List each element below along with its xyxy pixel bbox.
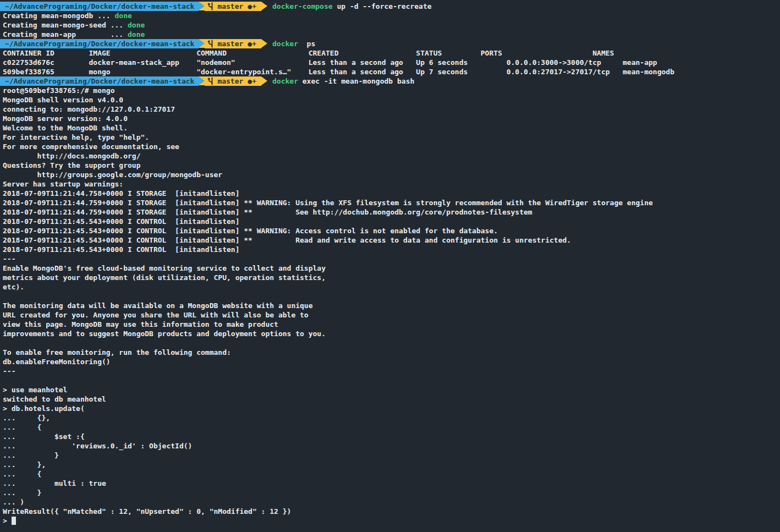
git-segment: master●+ — [205, 39, 261, 48]
command-token: docker — [272, 77, 298, 85]
prompt-path-segment: ~/AdvancePrograming/Docker/docker-mean-s… — [0, 76, 199, 86]
cursor-block — [12, 517, 16, 525]
powerline-arrow-icon — [199, 2, 205, 10]
terminal-line: WriteResult({ "nMatched" : 12, "nUpserte… — [0, 507, 780, 516]
terminal-line: 2018-07-09T11:21:45.543+0000 I CONTROL [… — [0, 245, 780, 254]
terminal-line: 2018-07-09T11:21:45.543+0000 I CONTROL [… — [0, 235, 780, 245]
terminal-text: For more comprehensive documentation, se… — [3, 142, 179, 151]
terminal-text: MongoDB server version: 4.0.0 — [3, 114, 128, 123]
powerline-arrow-icon — [199, 39, 205, 48]
terminal-line: > use meanhotel — [0, 385, 780, 394]
terminal-line: metrics about your deployment (disk util… — [0, 273, 780, 282]
terminal-line: Questions? Try the support group — [0, 161, 780, 170]
prompt-path-segment: ~/AdvancePrograming/Docker/docker-mean-s… — [0, 39, 199, 48]
prompt-path: ~/AdvancePrograming/Docker/docker-mean-s… — [5, 39, 194, 48]
terminal-text: URL created for you. Anyone you share th… — [3, 311, 309, 319]
terminal-text: ... $set :{ — [3, 432, 85, 441]
terminal-text: --- — [3, 255, 15, 263]
terminal-text: Creating mean-mongo-seed ... — [3, 21, 128, 29]
git-branch-icon — [207, 2, 214, 10]
terminal-line: ... ) — [0, 497, 780, 507]
terminal-text: ... { — [3, 470, 41, 478]
terminal-line: > db.hotels.update( — [0, 404, 780, 413]
prompt-path: ~/AdvancePrograming/Docker/docker-mean-s… — [5, 2, 194, 11]
terminal-line: ... $set :{ — [0, 432, 780, 441]
terminal-line: Enable MongoDB's free cloud-based monito… — [0, 264, 780, 273]
terminal-text: ... ) — [3, 498, 24, 506]
terminal-line: To enable free monitoring, run the follo… — [0, 348, 780, 357]
terminal-text: 2018-07-09T11:21:45.543+0000 I CONTROL [… — [3, 245, 239, 254]
terminal-text: done — [115, 12, 132, 20]
terminal-line: URL created for you. Anyone you share th… — [0, 310, 780, 320]
terminal-text: > db.hotels.update( — [3, 404, 85, 413]
powerline-arrow-icon — [261, 2, 267, 10]
terminal-text: done — [128, 21, 145, 29]
terminal-line: > — [0, 516, 780, 525]
terminal-text: ... 'reviews.0._id' : ObjectId() — [3, 442, 192, 450]
git-segment: master●+ — [205, 2, 261, 11]
terminal-text: ... {}, — [3, 414, 50, 422]
command-text: docker-compose up -d --force-recreate — [267, 2, 432, 11]
terminal-line: db.enableFreeMonitoring() — [0, 357, 780, 366]
command-token: exec -it mean-mongodb bash — [298, 77, 414, 85]
terminal-line: For more comprehensive documentation, se… — [0, 142, 780, 151]
terminal-text: improvements and to suggest MongoDB prod… — [3, 330, 326, 338]
command-token: docker — [272, 40, 298, 48]
terminal-text: For interactive help, type "help". — [3, 133, 149, 141]
terminal-text: metrics about your deployment (disk util… — [3, 273, 326, 282]
terminal-text: c022753d676c docker-mean-stack_app "node… — [3, 58, 657, 67]
terminal-line — [0, 338, 780, 348]
terminal-line: connecting to: mongodb://127.0.0.1:27017 — [0, 105, 780, 114]
terminal-text: etc). — [3, 283, 24, 291]
powerline-arrow-icon — [261, 76, 267, 85]
terminal-line: Creating mean-mongodb ... done — [0, 11, 780, 20]
terminal-line: 2018-07-09T11:21:44.759+0000 I STORAGE [… — [0, 198, 780, 207]
terminal-text: --- — [3, 367, 15, 375]
terminal-line: ... { — [0, 423, 780, 432]
terminal-text: connecting to: mongodb://127.0.0.1:27017 — [3, 105, 175, 113]
terminal-line: 2018-07-09T11:21:44.758+0000 I STORAGE [… — [0, 189, 780, 198]
terminal-line: 2018-07-09T11:21:45.543+0000 I CONTROL [… — [0, 217, 780, 226]
terminal-text: Welcome to the MongoDB shell. — [3, 124, 128, 132]
git-branch-name: master — [217, 2, 243, 11]
terminal-text: Enable MongoDB's free cloud-based monito… — [3, 264, 326, 272]
git-status-indicator: ●+ — [248, 76, 256, 86]
terminal-text: > use meanhotel — [3, 386, 67, 394]
command-token: up -d --force-recreate — [333, 2, 432, 10]
terminal-line: Welcome to the MongoDB shell. — [0, 123, 780, 133]
git-segment: master●+ — [205, 76, 261, 86]
terminal-line: etc). — [0, 282, 780, 292]
powerline-arrow-icon — [261, 39, 267, 48]
terminal-line — [0, 376, 780, 385]
terminal-text: http://docs.mongodb.org/ — [3, 152, 140, 160]
terminal-line: ... {}, — [0, 413, 780, 423]
prompt-path-segment: ~/AdvancePrograming/Docker/docker-mean-s… — [0, 2, 199, 11]
terminal-line: CONTAINER ID IMAGE COMMAND CREATED STATU… — [0, 48, 780, 58]
terminal-screen[interactable]: ~/AdvancePrograming/Docker/docker-mean-s… — [0, 0, 780, 532]
terminal-line: Creating mean-mongo-seed ... done — [0, 20, 780, 30]
terminal-line: The monitoring data will be available on… — [0, 301, 780, 310]
terminal-line: Creating mean-app ... done — [0, 30, 780, 39]
terminal-text: ... } — [3, 489, 41, 497]
terminal-line: ~/AdvancePrograming/Docker/docker-mean-s… — [0, 76, 780, 86]
prompt-path: ~/AdvancePrograming/Docker/docker-mean-s… — [5, 76, 194, 86]
command-token: ps — [298, 40, 315, 48]
command-text: docker ps — [267, 39, 315, 48]
command-token: docker-compose — [272, 2, 333, 10]
git-branch-icon — [207, 40, 214, 48]
terminal-text: The monitoring data will be available on… — [3, 301, 313, 310]
terminal-text: done — [128, 30, 145, 39]
terminal-text: 2018-07-09T11:21:45.543+0000 I CONTROL [… — [3, 217, 239, 226]
terminal-text: switched to db meanhotel — [3, 395, 106, 403]
command-text: docker exec -it mean-mongodb bash — [267, 76, 414, 86]
terminal-text: Server has startup warnings: — [3, 180, 123, 188]
powerline-arrow-icon — [199, 76, 205, 85]
terminal-text: Questions? Try the support group — [3, 161, 140, 169]
terminal-text: root@509bef338765:/# mongo — [3, 86, 115, 95]
git-status-indicator: ●+ — [248, 39, 256, 48]
terminal-line: 2018-07-09T11:21:45.543+0000 I CONTROL [… — [0, 226, 780, 235]
terminal-text: ... } — [3, 451, 59, 459]
terminal-line: ... } — [0, 451, 780, 460]
terminal-line: view this page. MongoDB may use this inf… — [0, 320, 780, 329]
terminal-text: 2018-07-09T11:21:45.543+0000 I CONTROL [… — [3, 236, 571, 244]
